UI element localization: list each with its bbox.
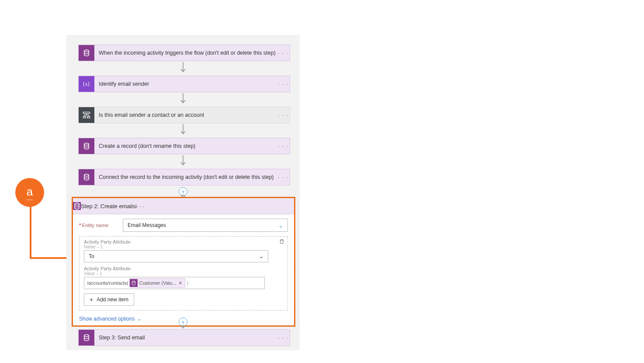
flow-step-identify[interactable]: {x} Identify email sender · · · — [78, 76, 290, 92]
more-icon[interactable]: · · · — [277, 334, 290, 341]
switch-icon — [79, 107, 94, 123]
flow-arrow — [180, 92, 187, 105]
card-title: Step 2: Create emails — [81, 203, 135, 209]
more-icon[interactable]: · · · — [277, 49, 290, 56]
chevron-down-icon: ⌄ — [278, 222, 283, 229]
step-label: Create a record (don't rename this step) — [94, 143, 277, 149]
svg-point-0 — [84, 50, 89, 52]
more-icon[interactable]: · · · — [277, 174, 290, 181]
annotation-connector — [30, 257, 70, 259]
flow-arrow — [180, 154, 187, 168]
advanced-label: Show advanced options — [79, 316, 135, 322]
step-label: When the incoming activity triggers the … — [94, 50, 277, 56]
party-value-input[interactable]: /accounts/contacts( Customer (Valu... ✕ … — [84, 277, 265, 289]
database-icon — [73, 202, 81, 210]
svg-point-14 — [84, 174, 89, 176]
remove-token-icon[interactable]: ✕ — [178, 280, 182, 286]
add-item-label: Add new item — [97, 297, 128, 303]
svg-point-17 — [132, 281, 135, 283]
annotation-bubble: a — [15, 178, 44, 207]
database-icon — [79, 45, 94, 61]
svg-point-19 — [84, 335, 89, 337]
flow-step-send-email[interactable]: Step 3: Send email · · · — [78, 329, 290, 346]
svg-text:{x}: {x} — [83, 81, 90, 87]
chevron-down-icon: ⌄ — [259, 253, 263, 259]
party-value-suffix: ) — [187, 280, 189, 286]
party-name-group-label: Activity Party Attribute — [84, 239, 283, 244]
database-icon — [79, 138, 94, 154]
svg-rect-6 — [87, 116, 90, 118]
activity-party-group: Activity Party Attribute Name – 1 To ⌄ A… — [79, 236, 288, 311]
plus-icon: + — [90, 296, 93, 303]
delete-icon[interactable] — [279, 238, 285, 244]
flow-arrow — [180, 123, 187, 136]
card-header[interactable]: Step 2: Create emails i · · · — [73, 198, 294, 214]
step-label: Step 3: Send email — [94, 335, 277, 341]
variable-icon: {x} — [79, 76, 94, 92]
party-value-sub: Value – 1 — [84, 271, 283, 276]
flow-canvas: When the incoming activity triggers the … — [66, 35, 300, 350]
party-name-value: To — [89, 253, 94, 259]
party-name-sub: Name – 1 — [84, 244, 283, 249]
step-label: Connect the record to the incoming activ… — [94, 174, 277, 180]
flow-arrow — [180, 61, 187, 74]
svg-rect-4 — [83, 112, 90, 113]
flow-step-connect-record[interactable]: Connect the record to the incoming activ… — [78, 169, 290, 185]
flow-step-trigger[interactable]: When the incoming activity triggers the … — [78, 45, 290, 61]
svg-point-16 — [75, 203, 80, 205]
annotation-connector — [30, 207, 31, 258]
chevron-down-icon: ⌄ — [137, 316, 142, 322]
entity-name-select[interactable]: Email Messages ⌄ — [123, 219, 288, 232]
more-icon[interactable]: · · · — [137, 203, 145, 209]
entity-name-value: Email Messages — [128, 222, 166, 228]
token-label: Customer (Valu... — [139, 280, 177, 286]
more-icon[interactable]: · · · — [277, 143, 290, 150]
more-icon[interactable]: · · · — [277, 112, 290, 119]
svg-rect-5 — [83, 116, 86, 118]
step-label: Is this email sender a contact or an acc… — [94, 112, 277, 118]
flow-step-create-record[interactable]: Create a record (don't rename this step)… — [78, 138, 290, 154]
add-new-item-button[interactable]: + Add new item — [84, 293, 134, 306]
flow-arrow — [180, 320, 187, 329]
party-name-select[interactable]: To ⌄ — [84, 250, 268, 262]
entity-name-label: *Entity name — [79, 223, 123, 228]
database-icon — [79, 330, 94, 346]
flow-step-condition[interactable]: Is this email sender a contact or an acc… — [78, 107, 290, 123]
database-icon — [130, 279, 138, 287]
step-label: Identify email sender — [94, 81, 277, 87]
svg-point-12 — [84, 143, 89, 145]
annotation-label: a — [27, 185, 33, 200]
more-icon[interactable]: · · · — [277, 80, 290, 87]
party-value-prefix: /accounts/contacts( — [87, 280, 128, 286]
dynamic-token[interactable]: Customer (Valu... ✕ — [129, 278, 185, 288]
party-value-group-label: Activity Party Attribute — [84, 266, 283, 271]
flow-step-create-emails-expanded: Step 2: Create emails i · · · *Entity na… — [72, 197, 295, 327]
database-icon — [79, 169, 94, 185]
show-advanced-options-link[interactable]: Show advanced options ⌄ — [79, 316, 142, 322]
